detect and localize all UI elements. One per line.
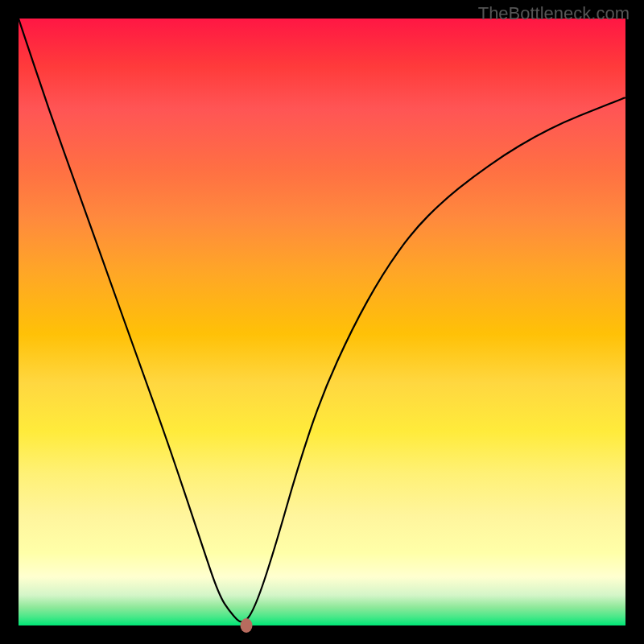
optimal-point-marker bbox=[240, 618, 252, 633]
bottleneck-curve-svg bbox=[19, 19, 625, 625]
watermark-text: TheBottleneck.com bbox=[478, 3, 630, 24]
bottleneck-curve-path bbox=[19, 19, 625, 621]
chart-plot-area bbox=[19, 19, 625, 625]
